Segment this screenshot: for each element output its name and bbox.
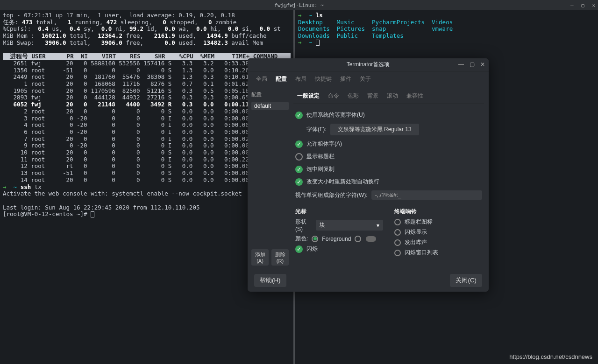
tab-layout[interactable]: 布局 — [295, 75, 306, 83]
window-controls: — ▢ ✕ — [566, 2, 595, 8]
dialog-minimize-button[interactable]: — — [458, 61, 464, 68]
bell-section-heading: 终端响铃 — [394, 208, 482, 216]
cursor-section-heading: 光标 — [295, 208, 383, 216]
show-titlebar-checkbox[interactable] — [295, 153, 303, 161]
cursor-color-swatch[interactable] — [366, 236, 376, 242]
maximize-button[interactable]: ▢ — [581, 2, 584, 8]
cursor-icon — [91, 211, 94, 217]
tab-about[interactable]: 关于 — [360, 75, 371, 83]
bell-window-list-radio[interactable] — [394, 250, 401, 256]
subtab-command[interactable]: 命令 — [328, 92, 339, 100]
use-system-font-checkbox[interactable]: ✓ — [295, 112, 303, 119]
delete-profile-button[interactable]: 删除(R) — [271, 249, 289, 266]
prompt-arrow-icon: → — [298, 12, 302, 19]
watermark-text: https://blog.csdn.net/csdnnews — [509, 353, 592, 360]
dialog-maximize-button[interactable]: ▢ — [470, 61, 475, 68]
window-title: fwj@fwj-Linux: ~ — [0, 2, 598, 8]
allow-bold-checkbox[interactable]: ✓ — [295, 140, 303, 148]
bell-titlebar-radio[interactable] — [394, 219, 401, 225]
top-row-highlighted: 6052 fwj 20 0 21148 4400 3492 R 0.3 0.0 … — [3, 101, 263, 108]
minimize-button[interactable]: — — [570, 2, 574, 8]
font-picker-button[interactable]: 文泉驿等宽微米黑 Regular 13 — [330, 124, 419, 135]
help-button[interactable]: 帮助(H) — [254, 274, 286, 287]
window-titlebar: fwj@fwj-Linux: ~ — ▢ ✕ — [0, 0, 598, 10]
close-button[interactable]: ✕ — [592, 2, 595, 8]
dialog-titlebar: Terminator首选项 — ▢ ✕ — [248, 58, 489, 71]
profile-item-default[interactable]: default — [251, 102, 289, 110]
dialog-close-button[interactable]: ✕ — [480, 61, 485, 68]
subtab-general[interactable]: 一般设定 — [297, 92, 320, 100]
tab-shortcuts[interactable]: 快捷键 — [315, 75, 332, 83]
dialog-tabs: 全局 配置 布局 快捷键 插件 关于 — [248, 71, 489, 87]
subtab-background[interactable]: 背景 — [367, 92, 378, 100]
cursor-icon — [316, 40, 320, 46]
dialog-title: Terminator首选项 — [347, 61, 390, 69]
sidebar-heading: 配置 — [251, 91, 289, 98]
bell-beep-radio[interactable] — [394, 239, 401, 246]
tab-profiles[interactable]: 配置 — [276, 75, 287, 83]
profile-subtabs: 一般设定 命令 色彩 背景 滚动 兼容性 — [293, 90, 484, 104]
rewrap-on-resize-checkbox[interactable]: ✓ — [295, 178, 303, 186]
add-profile-button[interactable]: 添加(A) — [251, 249, 269, 266]
cursor-color-fg-radio[interactable] — [312, 236, 318, 242]
prompt-arrow-icon: → — [3, 183, 7, 190]
tab-global[interactable]: 全局 — [256, 75, 267, 83]
subtab-color[interactable]: 色彩 — [348, 92, 359, 100]
chevron-down-icon: ▾ — [377, 222, 379, 229]
cursor-color-custom-radio[interactable] — [355, 236, 361, 242]
word-chars-input[interactable]: -,./?%&#:_ — [371, 190, 482, 200]
profile-sidebar: 配置 default 添加(A) 删除(R) — [248, 87, 292, 269]
bell-flash-radio[interactable] — [394, 229, 401, 236]
tab-plugins[interactable]: 插件 — [340, 75, 351, 83]
close-dialog-button[interactable]: 关闭(C) — [450, 274, 482, 287]
cursor-blink-checkbox[interactable]: ✓ — [295, 245, 303, 253]
subtab-compat[interactable]: 兼容性 — [406, 92, 423, 100]
preferences-dialog: Terminator首选项 — ▢ ✕ 全局 配置 布局 快捷键 插件 关于 配… — [248, 58, 489, 292]
top-table-header: 进程号 USER PR NI VIRT RES SHR %CPU %MEM TI… — [3, 53, 291, 60]
cursor-shape-select[interactable]: 块▾ — [316, 220, 383, 231]
subtab-scroll[interactable]: 滚动 — [387, 92, 398, 100]
copy-on-select-checkbox[interactable]: ✓ — [295, 166, 303, 173]
